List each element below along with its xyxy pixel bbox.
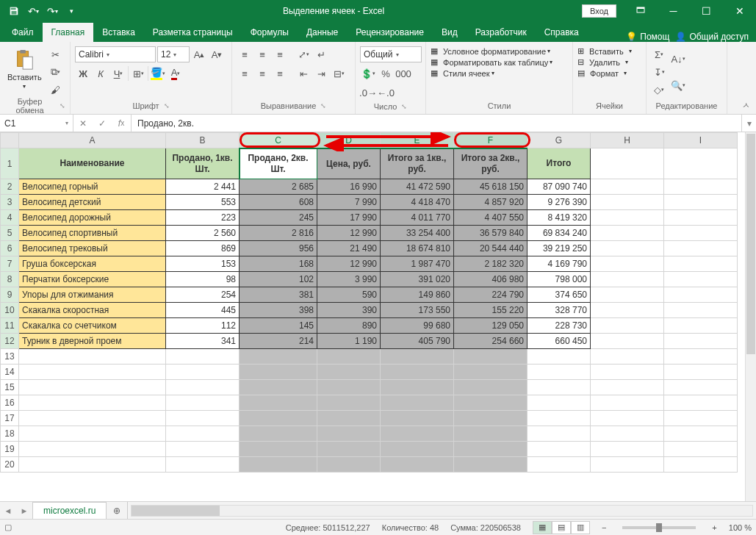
cell-F19[interactable] xyxy=(454,442,528,457)
cell-B18[interactable] xyxy=(166,426,240,442)
zoom-slider[interactable] xyxy=(622,526,696,529)
cell-F8[interactable]: 406 980 xyxy=(454,272,528,287)
row-header-18[interactable]: 18 xyxy=(1,426,19,442)
bold-button[interactable]: Ж xyxy=(75,65,91,82)
underline-button[interactable]: Ч▾ xyxy=(110,65,126,82)
cell-B19[interactable] xyxy=(166,442,240,457)
cell-H16[interactable] xyxy=(591,395,664,411)
cell-A12[interactable]: Турник в дверной проем xyxy=(19,334,166,349)
cell-I20[interactable] xyxy=(664,457,738,473)
cell-A2[interactable]: Велосипед горный xyxy=(19,179,166,195)
tab-help[interactable]: Справка xyxy=(536,23,588,42)
cell-I15[interactable] xyxy=(664,380,738,395)
cell-G4[interactable]: 8 419 320 xyxy=(528,210,591,226)
conditional-formatting-button[interactable]: ▦ Условное форматирование▾ xyxy=(431,46,552,56)
insert-function-icon[interactable]: fx xyxy=(112,115,131,132)
font-name-combo[interactable]: Calibri▾ xyxy=(75,46,156,62)
cell-F10[interactable]: 155 220 xyxy=(454,303,528,318)
column-header-A[interactable]: A xyxy=(19,133,166,148)
cell-A4[interactable]: Велосипед дорожный xyxy=(19,210,166,226)
cell-I16[interactable] xyxy=(664,395,738,411)
cell-F12[interactable]: 254 660 xyxy=(454,334,528,349)
cell-I12[interactable] xyxy=(664,334,738,349)
cell-D11[interactable]: 890 xyxy=(317,318,381,334)
cell-E15[interactable] xyxy=(381,380,454,395)
decrease-indent-icon[interactable]: ⇤ xyxy=(295,65,312,82)
cell-C2[interactable]: 2 685 xyxy=(240,179,317,195)
cell-E2[interactable]: 41 472 590 xyxy=(381,179,454,195)
align-bottom-icon[interactable]: ≡ xyxy=(272,46,288,62)
cell-I10[interactable] xyxy=(664,303,738,318)
cell-F20[interactable] xyxy=(454,457,528,473)
format-cells-button[interactable]: ▤ Формат ▾ xyxy=(577,68,632,78)
increase-decimal-icon[interactable]: .0→ xyxy=(360,85,376,101)
cell-I18[interactable] xyxy=(664,426,738,442)
cell-H13[interactable] xyxy=(591,349,664,365)
cell-D9[interactable]: 590 xyxy=(317,287,381,303)
worksheet-grid[interactable]: ABCDEFGHI1НаименованиеПродано, 1кв. Шт.П… xyxy=(0,132,756,501)
align-center-icon[interactable]: ≡ xyxy=(254,65,270,82)
cell-D3[interactable]: 7 990 xyxy=(317,195,381,210)
cell-G15[interactable] xyxy=(528,380,591,395)
row-header-10[interactable]: 10 xyxy=(1,303,19,318)
normal-view-icon[interactable]: ▦ xyxy=(533,521,552,534)
fill-icon[interactable]: ↧▾ xyxy=(651,64,667,80)
comma-icon[interactable]: 000 xyxy=(395,65,411,82)
cell-B11[interactable]: 112 xyxy=(166,318,240,334)
column-header-I[interactable]: I xyxy=(664,133,738,148)
cell-D6[interactable]: 21 490 xyxy=(317,241,381,256)
expand-formula-bar-icon[interactable]: ▾ xyxy=(741,115,756,132)
collapse-ribbon-icon[interactable]: ㅅ xyxy=(739,98,753,112)
select-all-corner[interactable] xyxy=(1,133,19,148)
new-sheet-button[interactable]: ⊕ xyxy=(107,502,127,519)
sheet-nav-prev[interactable]: ◄ xyxy=(0,502,16,519)
horizontal-scrollbar[interactable] xyxy=(131,505,753,517)
align-left-icon[interactable]: ≡ xyxy=(237,65,253,82)
cell-C1[interactable]: Продано, 2кв. Шт. xyxy=(240,148,317,179)
font-color-button[interactable]: A▾ xyxy=(168,65,184,82)
cell-G3[interactable]: 9 276 390 xyxy=(528,195,591,210)
currency-icon[interactable]: 💲▾ xyxy=(360,65,376,82)
cell-D14[interactable] xyxy=(317,365,381,380)
cell-G19[interactable] xyxy=(528,442,591,457)
tab-insert[interactable]: Вставка xyxy=(93,23,144,42)
number-launcher[interactable]: ⤡ xyxy=(401,103,407,110)
cell-D7[interactable]: 12 990 xyxy=(317,256,381,272)
cell-G5[interactable]: 69 834 240 xyxy=(528,226,591,241)
maximize-button[interactable]: ☐ xyxy=(690,0,723,22)
cell-D1[interactable]: Цена, руб. xyxy=(317,148,381,179)
cell-I8[interactable] xyxy=(664,272,738,287)
cell-B17[interactable] xyxy=(166,411,240,426)
formula-input[interactable]: Продано, 2кв. xyxy=(132,115,741,132)
orientation-icon[interactable]: ⤢▾ xyxy=(295,46,312,62)
tab-data[interactable]: Данные xyxy=(298,23,347,42)
cut-icon[interactable]: ✂ xyxy=(48,46,64,62)
cell-E5[interactable]: 33 254 400 xyxy=(381,226,454,241)
cell-B2[interactable]: 2 441 xyxy=(166,179,240,195)
cell-E13[interactable] xyxy=(381,349,454,365)
tab-file[interactable]: Файл xyxy=(3,23,43,42)
vertical-scrollbar[interactable] xyxy=(745,132,756,501)
zoom-out-button[interactable]: − xyxy=(602,523,606,532)
cell-A18[interactable] xyxy=(19,426,166,442)
cell-I7[interactable] xyxy=(664,256,738,272)
cell-H8[interactable] xyxy=(591,272,664,287)
cell-D18[interactable] xyxy=(317,426,381,442)
cell-A16[interactable] xyxy=(19,395,166,411)
cell-H17[interactable] xyxy=(591,411,664,426)
cell-G12[interactable]: 660 450 xyxy=(528,334,591,349)
cell-G7[interactable]: 4 169 790 xyxy=(528,256,591,272)
cell-H6[interactable] xyxy=(591,241,664,256)
cell-A10[interactable]: Скакалка скоростная xyxy=(19,303,166,318)
qat-customize-icon[interactable]: ▾ xyxy=(63,3,79,19)
cell-I13[interactable] xyxy=(664,349,738,365)
cell-C8[interactable]: 102 xyxy=(240,272,317,287)
cell-A7[interactable]: Груша боксерская xyxy=(19,256,166,272)
cell-A17[interactable] xyxy=(19,411,166,426)
zoom-in-button[interactable]: + xyxy=(712,523,716,532)
cell-H7[interactable] xyxy=(591,256,664,272)
cell-F2[interactable]: 45 618 150 xyxy=(454,179,528,195)
align-launcher[interactable]: ⤡ xyxy=(320,102,326,109)
delete-cells-button[interactable]: ⊟ Удалить ▾ xyxy=(577,57,632,67)
clear-icon[interactable]: ◇▾ xyxy=(651,82,667,98)
